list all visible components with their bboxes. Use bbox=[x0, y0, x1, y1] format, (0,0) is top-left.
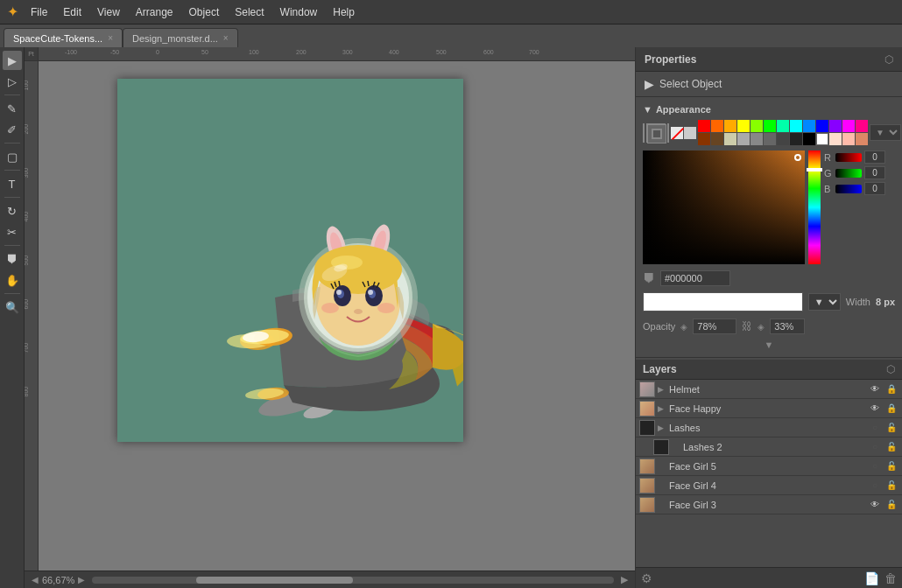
opacity2-input[interactable] bbox=[770, 318, 805, 334]
hand-tool[interactable]: ✋ bbox=[3, 270, 22, 290]
color-chip[interactable] bbox=[856, 133, 868, 145]
menu-arrange[interactable]: Arrange bbox=[129, 3, 180, 22]
color-chip[interactable] bbox=[829, 120, 842, 132]
eyedropper-tool[interactable]: ⛊ bbox=[3, 249, 22, 269]
color-chip[interactable] bbox=[764, 133, 776, 145]
color-chip[interactable] bbox=[750, 120, 763, 132]
hue-bar[interactable] bbox=[808, 150, 821, 264]
rotate-tool[interactable]: ↻ bbox=[3, 201, 22, 220]
layer-eye-face-girl4[interactable]: ○ bbox=[868, 479, 882, 493]
properties-expand-icon[interactable]: ⬡ bbox=[884, 53, 893, 66]
color-chip-red[interactable] bbox=[698, 120, 710, 132]
color-chip[interactable] bbox=[764, 120, 776, 132]
layers-new-btn[interactable]: 📄 bbox=[864, 571, 879, 585]
expand-arrow[interactable]: ▼ bbox=[636, 338, 902, 352]
horizontal-scrollbar[interactable] bbox=[92, 577, 614, 584]
stroke-swatch[interactable] bbox=[646, 123, 666, 143]
layer-eye-lashes[interactable]: ○ bbox=[868, 421, 882, 435]
menu-object[interactable]: Object bbox=[182, 3, 227, 22]
link-icon[interactable]: ⛓ bbox=[742, 320, 752, 332]
menu-edit[interactable]: Edit bbox=[56, 3, 88, 22]
menu-window[interactable]: Window bbox=[273, 3, 325, 22]
zoom-left-arrow[interactable]: ◀ bbox=[32, 575, 39, 584]
palette-dropdown[interactable]: ▼ bbox=[870, 124, 901, 141]
direct-select-tool[interactable]: ▷ bbox=[3, 72, 22, 91]
select-tool[interactable]: ▶ bbox=[3, 51, 22, 70]
g-input[interactable] bbox=[864, 166, 885, 179]
color-chip[interactable] bbox=[790, 133, 802, 145]
color-chip[interactable] bbox=[842, 120, 855, 132]
layer-lock-face-girl3[interactable]: 🔓 bbox=[884, 498, 898, 512]
layer-lock-face-happy[interactable]: 🔒 bbox=[884, 402, 898, 416]
color-chip[interactable] bbox=[816, 120, 828, 132]
tab-2-close[interactable]: × bbox=[223, 34, 229, 43]
layer-eye-helmet[interactable]: 👁 bbox=[868, 382, 882, 396]
hex-input[interactable] bbox=[660, 270, 730, 286]
layer-item-face-girl4[interactable]: ▶ Face Girl 4 ○ 🔓 bbox=[636, 476, 902, 495]
stroke-preview[interactable] bbox=[643, 292, 803, 312]
color-chip[interactable] bbox=[829, 133, 842, 145]
pen-tool[interactable]: ✎ bbox=[3, 99, 22, 118]
layer-eye-face-girl3[interactable]: 👁 bbox=[868, 498, 882, 512]
appearance-chevron[interactable]: ▼ bbox=[643, 104, 652, 115]
eyedropper-icon[interactable]: ⛊ bbox=[643, 271, 655, 285]
tab-1-close[interactable]: × bbox=[108, 34, 113, 43]
color-chip[interactable] bbox=[711, 120, 723, 132]
zoom-tool[interactable]: 🔍 bbox=[3, 298, 22, 317]
layer-lock-lashes2[interactable]: 🔓 bbox=[884, 440, 898, 454]
color-chip[interactable] bbox=[790, 120, 802, 132]
layer-item-lashes2[interactable]: ▶ Lashes 2 ○ 🔓 bbox=[636, 438, 902, 457]
r-input[interactable] bbox=[864, 150, 885, 164]
scroll-right-btn[interactable]: ▶ bbox=[621, 574, 628, 585]
color-chip[interactable] bbox=[737, 120, 750, 132]
layer-arrow[interactable]: ▶ bbox=[658, 404, 666, 413]
color-chip[interactable] bbox=[803, 133, 815, 145]
scissors-tool[interactable]: ✂ bbox=[3, 222, 22, 242]
color-chip[interactable] bbox=[803, 120, 815, 132]
g-slider[interactable] bbox=[835, 169, 862, 178]
color-chip[interactable] bbox=[777, 133, 789, 145]
layer-item-face-happy[interactable]: ▶ Face Happy 👁 🔒 bbox=[636, 399, 902, 418]
tab-2[interactable]: Design_monster.d... × bbox=[123, 28, 238, 47]
menu-view[interactable]: View bbox=[90, 3, 127, 22]
color-chip[interactable] bbox=[842, 133, 855, 145]
menu-select[interactable]: Select bbox=[228, 3, 271, 22]
rectangle-tool[interactable]: ▢ bbox=[3, 147, 22, 166]
none-swatch[interactable] bbox=[667, 123, 669, 143]
layer-item-face-girl3[interactable]: ▶ Face Girl 3 👁 🔓 bbox=[636, 495, 902, 514]
layer-lock-helmet[interactable]: 🔒 bbox=[884, 382, 898, 396]
tab-1[interactable]: SpaceCute-Tokens... × bbox=[4, 28, 123, 47]
menu-file[interactable]: File bbox=[24, 3, 54, 22]
fill-swatch[interactable] bbox=[643, 123, 645, 143]
layer-lock-lashes[interactable]: 🔓 bbox=[884, 421, 898, 435]
layer-lock-face-girl5[interactable]: 🔓 bbox=[884, 459, 898, 473]
layer-eye-face-girl5[interactable]: ○ bbox=[868, 459, 882, 473]
color-chip[interactable] bbox=[711, 133, 723, 145]
type-tool[interactable]: T bbox=[3, 174, 22, 193]
zoom-right-arrow[interactable]: ▶ bbox=[78, 575, 85, 584]
layer-item-lashes[interactable]: ▶ Lashes ○ 🔓 bbox=[636, 418, 902, 438]
opacity-input[interactable] bbox=[693, 318, 736, 334]
pencil-tool[interactable]: ✐ bbox=[3, 120, 22, 139]
layers-settings-btn[interactable]: ⚙ bbox=[641, 571, 652, 585]
gradient-picker[interactable] bbox=[643, 150, 805, 264]
layer-eye-face-happy[interactable]: 👁 bbox=[868, 402, 882, 416]
r-slider[interactable] bbox=[835, 153, 862, 162]
layer-arrow[interactable]: ▶ bbox=[658, 385, 666, 394]
b-input[interactable] bbox=[864, 182, 885, 195]
menu-help[interactable]: Help bbox=[326, 3, 362, 22]
layers-expand-icon[interactable]: ⬡ bbox=[886, 363, 895, 375]
layer-eye-lashes2[interactable]: ○ bbox=[868, 440, 882, 454]
layer-lock-face-girl4[interactable]: 🔓 bbox=[884, 479, 898, 493]
drawing-canvas[interactable] bbox=[39, 61, 635, 570]
layers-delete-btn[interactable]: 🗑 bbox=[884, 571, 897, 585]
layer-item-helmet[interactable]: ▶ Helmet 👁 🔒 bbox=[636, 380, 902, 399]
color-chip[interactable] bbox=[750, 133, 763, 145]
color-chip[interactable] bbox=[856, 120, 868, 132]
color-chip[interactable] bbox=[698, 133, 710, 145]
color-chip[interactable] bbox=[816, 133, 828, 145]
color-chip[interactable] bbox=[777, 120, 789, 132]
layer-arrow[interactable]: ▶ bbox=[658, 424, 666, 432]
color-chip[interactable] bbox=[724, 120, 736, 132]
color-chip[interactable] bbox=[737, 133, 750, 145]
